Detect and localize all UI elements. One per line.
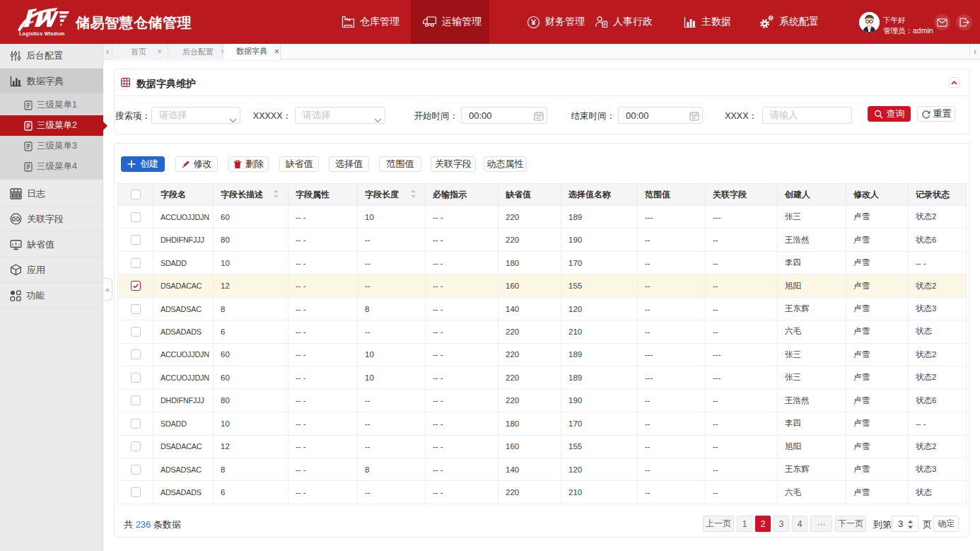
svg-text:Logistics Wisdom: Logistics Wisdom: [19, 31, 65, 37]
